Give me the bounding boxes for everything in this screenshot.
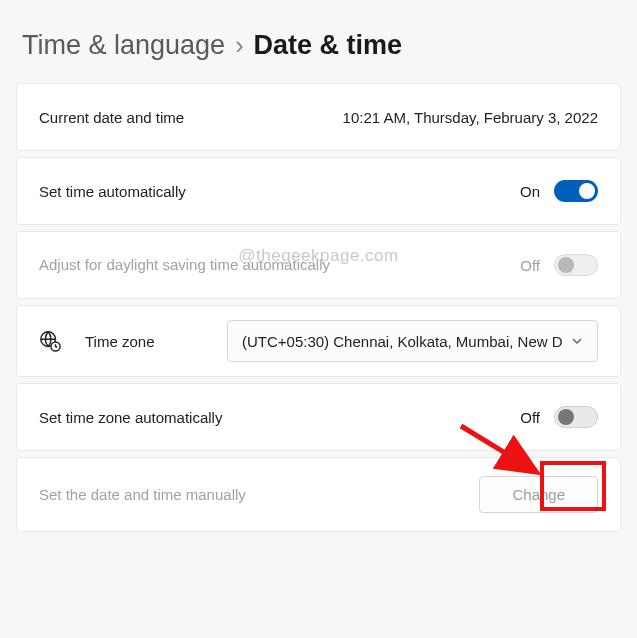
manual-card: Set the date and time manually Change [16, 457, 621, 532]
set-time-auto-card: Set time automatically On [16, 157, 621, 225]
timezone-select[interactable]: (UTC+05:30) Chennai, Kolkata, Mumbai, Ne… [227, 320, 598, 362]
breadcrumb-parent[interactable]: Time & language [22, 30, 225, 61]
current-datetime-card: Current date and time 10:21 AM, Thursday… [16, 83, 621, 151]
set-time-auto-toggle[interactable] [554, 180, 598, 202]
daylight-label: Adjust for daylight saving time automati… [39, 255, 330, 275]
breadcrumb: Time & language › Date & time [16, 16, 621, 83]
set-tz-auto-toggle[interactable] [554, 406, 598, 428]
set-tz-auto-label: Set time zone automatically [39, 409, 222, 426]
timezone-label: Time zone [85, 333, 154, 350]
chevron-right-icon: › [235, 31, 243, 60]
set-tz-auto-state: Off [520, 409, 540, 426]
set-time-auto-state: On [520, 183, 540, 200]
daylight-toggle [554, 254, 598, 276]
globe-clock-icon [39, 330, 61, 352]
chevron-down-icon [571, 333, 583, 350]
timezone-card: Time zone (UTC+05:30) Chennai, Kolkata, … [16, 305, 621, 377]
set-time-auto-label: Set time automatically [39, 183, 186, 200]
current-datetime-value: 10:21 AM, Thursday, February 3, 2022 [343, 109, 598, 126]
breadcrumb-current: Date & time [253, 30, 402, 61]
set-tz-auto-card: Set time zone automatically Off [16, 383, 621, 451]
daylight-card: Adjust for daylight saving time automati… [16, 231, 621, 299]
daylight-state: Off [520, 257, 540, 274]
change-button[interactable]: Change [479, 476, 598, 513]
current-datetime-label: Current date and time [39, 109, 184, 126]
timezone-selected-value: (UTC+05:30) Chennai, Kolkata, Mumbai, Ne… [242, 333, 563, 350]
manual-label: Set the date and time manually [39, 486, 246, 503]
